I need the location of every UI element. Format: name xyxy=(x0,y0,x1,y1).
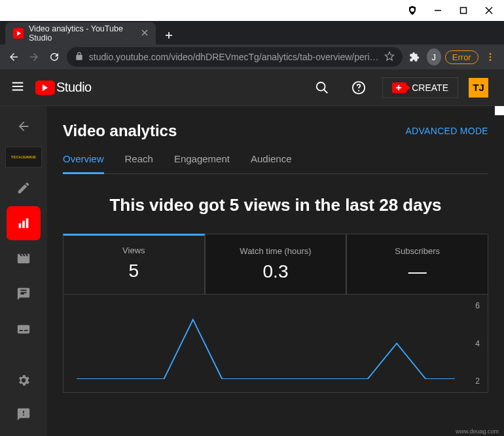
svg-point-13 xyxy=(490,59,492,61)
metric-card-subscribers[interactable]: Subscribers— xyxy=(346,234,488,295)
metric-label: Watch time (hours) xyxy=(206,246,346,256)
youtube-studio-favicon-icon xyxy=(13,28,24,39)
editor-nav-item[interactable] xyxy=(9,244,39,274)
app-body: TECHJUNKIE Video analytics ADVANCED MODE… xyxy=(0,69,504,436)
svg-point-12 xyxy=(490,56,492,58)
hamburger-menu-button[interactable] xyxy=(10,79,25,96)
page-title: Video analytics xyxy=(63,122,177,140)
studio-appbar: Studio CREATE TJ xyxy=(0,69,499,106)
video-thumbnail[interactable]: TECHJUNKIE xyxy=(5,147,42,168)
comments-nav-item[interactable] xyxy=(9,279,39,309)
youtube-play-icon xyxy=(35,81,55,95)
svg-rect-23 xyxy=(26,219,29,228)
main-content: Video analytics ADVANCED MODE OverviewRe… xyxy=(47,106,504,436)
subtitles-nav-item[interactable] xyxy=(9,314,39,344)
svg-rect-21 xyxy=(19,223,22,228)
svg-point-18 xyxy=(358,90,359,91)
metric-card-views[interactable]: Views5 xyxy=(63,234,205,295)
tab-title: Video analytics - YouTube Studio xyxy=(29,24,134,43)
svg-point-11 xyxy=(490,53,492,55)
browser-tab[interactable]: Video analytics - YouTube Studio xyxy=(5,22,156,45)
minimize-button[interactable] xyxy=(425,0,451,21)
metric-card-watch-time-hours-[interactable]: Watch time (hours)0.3 xyxy=(205,234,347,295)
svg-rect-25 xyxy=(20,330,23,331)
close-tab-icon[interactable] xyxy=(141,29,148,38)
views-chart[interactable]: 642 xyxy=(63,295,488,393)
svg-point-15 xyxy=(317,82,325,90)
analytics-nav-item[interactable] xyxy=(9,208,39,238)
create-button-label: CREATE xyxy=(412,82,448,93)
metric-value: 5 xyxy=(63,261,204,282)
search-button[interactable] xyxy=(309,75,335,101)
svg-marker-14 xyxy=(43,84,48,91)
settings-nav-item[interactable] xyxy=(9,365,39,395)
extensions-button[interactable] xyxy=(406,47,423,67)
chart-y-ticks: 642 xyxy=(475,301,480,386)
svg-rect-2 xyxy=(460,8,466,14)
back-button[interactable] xyxy=(5,47,22,67)
svg-rect-26 xyxy=(24,330,27,331)
maximize-button[interactable] xyxy=(451,0,477,21)
address-bar[interactable]: studio.youtube.com/video/dhDREVmecTg/ana… xyxy=(67,47,403,67)
tab-engagement[interactable]: Engagement xyxy=(174,153,230,173)
metric-label: Subscribers xyxy=(347,246,488,256)
details-nav-item[interactable] xyxy=(9,173,39,203)
back-arrow-button[interactable] xyxy=(9,111,39,141)
window-titlebar xyxy=(0,0,504,21)
feedback-nav-item[interactable] xyxy=(9,399,39,429)
tab-audience[interactable]: Audience xyxy=(251,153,292,173)
studio-brand-text: Studio xyxy=(56,80,92,95)
create-button[interactable]: CREATE xyxy=(382,77,458,98)
browser-tabstrip: Video analytics - YouTube Studio xyxy=(0,21,504,45)
bookmark-star-icon[interactable] xyxy=(384,51,395,64)
reload-button[interactable] xyxy=(46,47,63,67)
svg-point-0 xyxy=(410,8,414,12)
svg-rect-22 xyxy=(22,221,25,228)
chart-tick: 4 xyxy=(475,339,480,348)
browser-toolbar: studio.youtube.com/video/dhDREVmecTg/ana… xyxy=(0,45,504,69)
new-tab-button[interactable] xyxy=(160,26,178,45)
metrics-cards: Views5Watch time (hours)0.3Subscribers— xyxy=(63,234,488,295)
tab-reach[interactable]: Reach xyxy=(125,153,153,173)
help-button[interactable] xyxy=(346,75,372,101)
analytics-tabs: OverviewReachEngagementAudience xyxy=(63,153,488,174)
url-text: studio.youtube.com/video/dhDREVmecTg/ana… xyxy=(89,52,379,62)
tab-overview[interactable]: Overview xyxy=(63,153,104,173)
metric-value: — xyxy=(347,261,488,282)
create-camera-icon xyxy=(392,82,406,93)
scroll-up-button[interactable] xyxy=(495,106,504,115)
watermark-text: www.deuag.com xyxy=(456,428,499,435)
metric-value: 0.3 xyxy=(206,261,346,282)
channel-avatar[interactable]: TJ xyxy=(469,78,488,98)
profile-avatar[interactable]: J xyxy=(427,48,441,65)
svg-rect-24 xyxy=(18,325,29,334)
forward-button[interactable] xyxy=(26,47,42,67)
metric-label: Views xyxy=(63,245,204,255)
summary-headline: This video got 5 views in the last 28 da… xyxy=(63,195,488,215)
left-sidebar: TECHJUNKIE xyxy=(0,69,47,436)
error-badge[interactable]: Error xyxy=(445,50,478,64)
browser-menu-button[interactable] xyxy=(482,47,499,67)
chart-tick: 6 xyxy=(475,301,480,310)
svg-line-16 xyxy=(324,89,328,93)
security-shield-icon[interactable] xyxy=(400,0,425,21)
youtube-studio-logo[interactable]: Studio xyxy=(35,80,92,95)
close-window-button[interactable] xyxy=(476,0,501,21)
lock-icon xyxy=(75,52,84,63)
chart-tick: 2 xyxy=(475,376,480,386)
advanced-mode-link[interactable]: ADVANCED MODE xyxy=(405,126,488,136)
